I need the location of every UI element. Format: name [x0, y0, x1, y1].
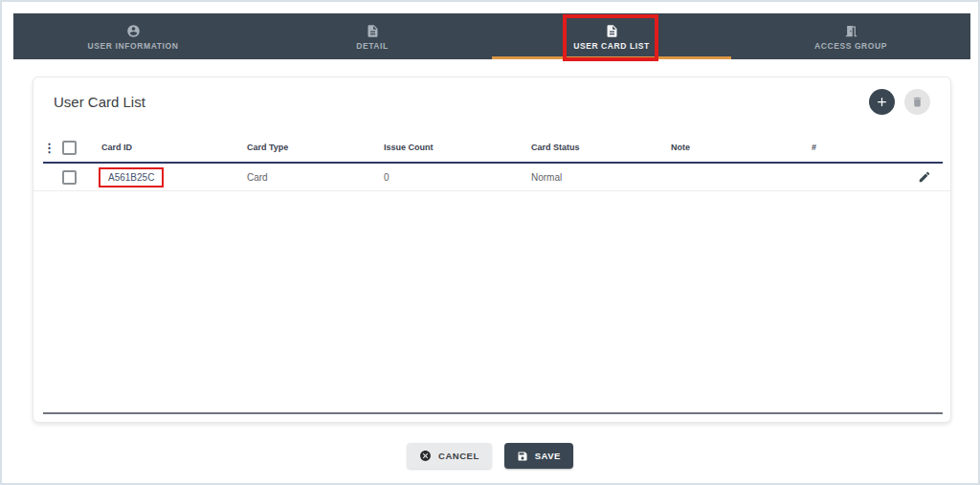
column-menu-cell: ⋮ — [33, 143, 62, 153]
pencil-icon — [918, 170, 931, 184]
cell-issue-count: 0 — [384, 172, 531, 183]
table-bottom-line — [43, 412, 943, 414]
tab-detail[interactable]: DETAIL — [253, 13, 492, 59]
kebab-menu-icon[interactable]: ⋮ — [43, 143, 56, 153]
select-all-checkbox[interactable] — [62, 141, 77, 155]
page: USER INFORMATION DETAIL USER CARD LIST A… — [0, 0, 980, 485]
cancel-circle-icon — [419, 450, 432, 462]
column-header-note[interactable]: Note — [671, 143, 812, 152]
cancel-button-label: CANCEL — [438, 451, 479, 461]
active-tab-underline — [492, 56, 731, 59]
add-card-button[interactable] — [869, 89, 895, 115]
column-header-issue-count[interactable]: Issue Count — [384, 143, 531, 152]
tab-access-group[interactable]: ACCESS GROUP — [731, 13, 970, 59]
document-icon — [366, 24, 380, 38]
card-id-value[interactable]: A561B25C — [108, 172, 154, 183]
cell-edit — [906, 170, 950, 184]
delete-card-button[interactable] — [904, 89, 930, 115]
footer-actions: CANCEL SAVE — [2, 443, 978, 469]
edit-row-button[interactable] — [918, 170, 931, 184]
row-checkbox-cell — [62, 170, 101, 185]
account-icon — [126, 24, 141, 38]
column-header-hash[interactable]: # — [812, 143, 906, 152]
tab-user-information[interactable]: USER INFORMATION — [13, 13, 253, 59]
plus-icon — [875, 95, 889, 109]
tab-label: USER CARD LIST — [573, 41, 650, 51]
save-button-label: SAVE — [535, 451, 561, 461]
row-checkbox[interactable] — [62, 170, 77, 185]
tab-label: ACCESS GROUP — [814, 41, 887, 51]
panel-action-buttons — [869, 89, 930, 115]
column-header-card-status[interactable]: Card Status — [531, 143, 671, 152]
tab-user-card-list[interactable]: USER CARD LIST — [492, 13, 731, 59]
door-icon — [844, 24, 858, 38]
tab-label: USER INFORMATION — [88, 41, 179, 51]
cell-card-status: Normal — [531, 172, 671, 183]
cancel-button[interactable]: CANCEL — [407, 443, 492, 469]
trash-icon — [911, 96, 924, 108]
page-title: User Card List — [54, 94, 145, 110]
tab-label: DETAIL — [356, 41, 389, 51]
document-icon — [605, 24, 619, 38]
user-card-list-panel: User Card List ⋮ Card ID Card Type — [33, 77, 951, 423]
column-header-card-id[interactable]: Card ID — [101, 143, 247, 152]
cell-card-type: Card — [247, 172, 384, 183]
tab-bar: USER INFORMATION DETAIL USER CARD LIST A… — [13, 13, 970, 59]
red-annotation-box-card-id: A561B25C — [99, 167, 164, 187]
save-button[interactable]: SAVE — [504, 443, 573, 469]
cell-card-id: A561B25C — [101, 167, 247, 187]
save-floppy-icon — [517, 451, 528, 462]
header-checkbox-cell — [62, 141, 101, 155]
row-separator-line — [33, 190, 950, 191]
table-row[interactable]: A561B25C Card 0 Normal — [33, 164, 950, 190]
table-header-row: ⋮ Card ID Card Type Issue Count Card Sta… — [33, 133, 950, 162]
column-header-card-type[interactable]: Card Type — [247, 143, 384, 152]
